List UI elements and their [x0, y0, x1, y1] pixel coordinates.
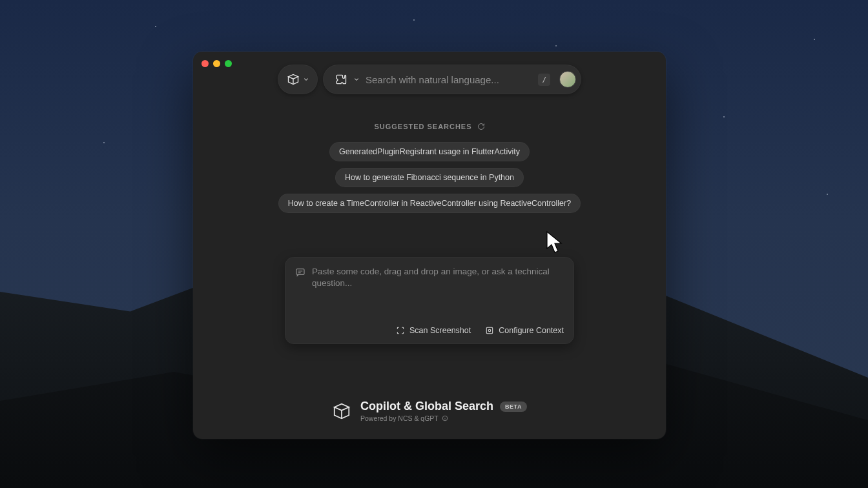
avatar[interactable] [559, 71, 576, 88]
svg-rect-1 [487, 327, 493, 333]
suggested-search-chip[interactable]: How to create a TimeController in Reacti… [278, 194, 581, 213]
chevron-down-icon [354, 77, 359, 82]
footer-subtitle: Powered by NCS & qGPT [360, 414, 439, 422]
info-icon[interactable] [442, 415, 448, 422]
suggested-searches-header: SUGGESTED SEARCHES [193, 123, 666, 130]
chat-icon [295, 267, 305, 278]
scan-screenshot-button[interactable]: Scan Screenshot [396, 326, 471, 335]
composer-input[interactable] [312, 266, 564, 289]
box-icon [287, 73, 300, 86]
footer-title: Copilot & Global Search [360, 400, 493, 413]
scan-icon [396, 326, 405, 335]
suggested-searches-label: SUGGESTED SEARCHES [374, 123, 471, 130]
close-window-button[interactable] [202, 60, 209, 67]
composer: Scan Screenshot Configure Context [285, 257, 574, 344]
search-shortcut-hint: / [538, 74, 550, 86]
beta-badge: BETA [500, 402, 527, 412]
app-window: / SUGGESTED SEARCHES GeneratedPluginRegi… [193, 52, 666, 439]
settings-icon [485, 326, 494, 335]
product-logo-icon [332, 402, 351, 421]
configure-context-button[interactable]: Configure Context [485, 326, 564, 335]
suggested-search-chip[interactable]: How to generate Fibonacci sequence in Py… [335, 168, 524, 187]
search-input[interactable] [366, 74, 532, 85]
configure-context-label: Configure Context [499, 326, 564, 335]
workspace-dropdown[interactable] [278, 65, 318, 94]
minimize-window-button[interactable] [213, 60, 220, 67]
svg-rect-0 [296, 269, 304, 275]
suggested-search-chip[interactable]: GeneratedPluginRegistrant usage in Flutt… [329, 142, 530, 161]
chevron-down-icon [304, 77, 309, 82]
maximize-window-button[interactable] [225, 60, 232, 67]
search-bar[interactable]: / [323, 65, 581, 94]
window-controls [202, 60, 232, 67]
scan-screenshot-label: Scan Screenshot [409, 326, 471, 335]
puzzle-icon [335, 73, 347, 86]
svg-point-2 [488, 329, 491, 332]
refresh-icon[interactable] [477, 123, 485, 130]
